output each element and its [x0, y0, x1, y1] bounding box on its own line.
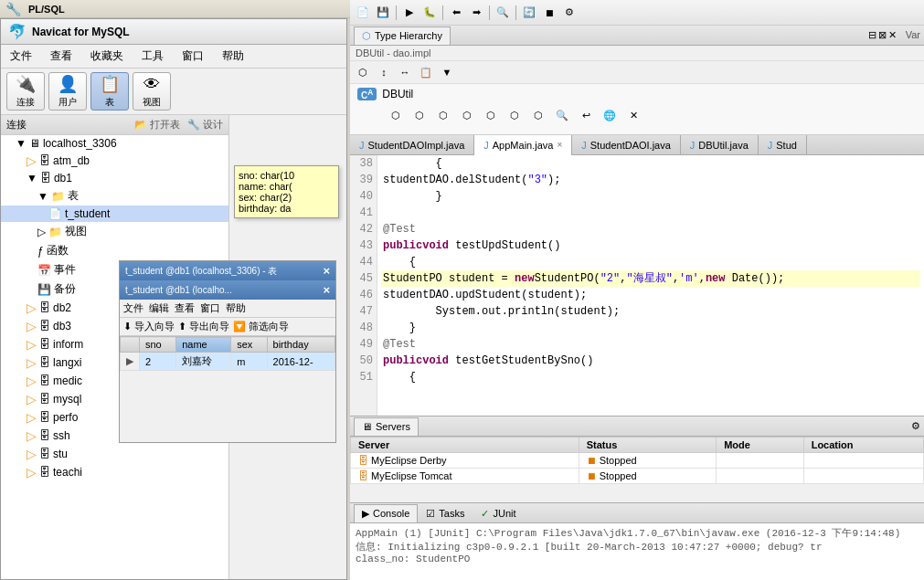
filter-wizard-btn[interactable]: 🔽 筛选向导: [233, 320, 289, 333]
th-btn3[interactable]: ↔: [396, 63, 414, 81]
sidebar-item-localhost[interactable]: ▼ 🖥 localhost_3306: [1, 135, 228, 152]
menu-window[interactable]: 窗口: [176, 47, 209, 66]
open-table-btn[interactable]: 📂 打开表: [134, 118, 180, 132]
localhost-label: localhost_3306: [43, 137, 117, 150]
sidebar-item-teachi[interactable]: ▷ 🗄 teachi: [1, 463, 228, 481]
tab-console[interactable]: ▶ Console: [354, 504, 418, 522]
tab-dbutil[interactable]: J DBUtil.java: [681, 135, 759, 155]
th2-btn6[interactable]: ⬡: [505, 106, 524, 124]
th-btn1[interactable]: ⬡: [354, 63, 372, 81]
th2-btn3[interactable]: ⬡: [434, 106, 452, 124]
tab-servers[interactable]: 🖥 Servers: [354, 417, 419, 436]
table-window-close-btn[interactable]: ×: [323, 264, 330, 278]
menu-view[interactable]: 查看: [45, 47, 78, 66]
sidebar-item-db1[interactable]: ▼ 🗄 db1: [1, 170, 228, 186]
table-window-close-btn2[interactable]: ×: [323, 283, 330, 297]
tab-appmain-close[interactable]: ×: [557, 140, 562, 150]
th2-btn9[interactable]: ↩: [577, 106, 595, 124]
toolbar-settings-btn[interactable]: ⚙: [560, 4, 579, 22]
popup-birthday: birthday: da: [239, 203, 335, 214]
sidebar-item-t-student[interactable]: 📄 t_student: [1, 206, 228, 222]
toolbar-refresh-btn[interactable]: 🔄: [520, 4, 538, 22]
th-btn4[interactable]: 📋: [417, 63, 435, 81]
menu-tools[interactable]: 工具: [136, 47, 169, 66]
menu-file[interactable]: 文件: [5, 47, 37, 66]
tab-junit[interactable]: ✓ JUnit: [473, 504, 524, 522]
menu-help[interactable]: 帮助: [217, 47, 250, 66]
server-row-tomcat[interactable]: 🗄 MyEclipse Tomcat ⏹ Stopped: [351, 469, 924, 484]
toolbar-run-btn[interactable]: ▶: [400, 4, 419, 22]
cell-birthday[interactable]: 2016-12-: [267, 353, 335, 371]
cell-sex[interactable]: m: [231, 353, 267, 371]
sidebar-item-tables-folder[interactable]: ▼ 📁 表: [1, 186, 228, 206]
col-sex[interactable]: sex: [231, 337, 267, 353]
sidebar-item-stu[interactable]: ▷ 🗄 stu: [1, 445, 228, 463]
col-name[interactable]: name: [176, 337, 231, 353]
toolbar-search-btn[interactable]: 🔍: [494, 4, 512, 22]
panel-close-btn[interactable]: ✕: [888, 29, 897, 41]
view-label: 视图: [143, 96, 161, 109]
tw-menu-edit[interactable]: 编辑: [149, 301, 169, 315]
tw-menu-file[interactable]: 文件: [123, 301, 143, 315]
toolbar-save-btn[interactable]: 💾: [374, 4, 392, 22]
th-btn2[interactable]: ↕: [375, 63, 393, 81]
sidebar-item-views-folder[interactable]: ▷ 📁 视图: [1, 222, 228, 241]
type-hierarchy-class-row: CA DBUtil: [350, 84, 924, 104]
cell-sno[interactable]: 2: [140, 353, 176, 371]
eclipse-panel: 📄 💾 ▶ 🐛 ⬅ ➡ 🔍 🔄 ⏹ ⚙ ⬡ Type Hierarchy ⊟ ⊠…: [350, 0, 924, 580]
sidebar-item-functions-folder[interactable]: ƒ 函数: [1, 241, 228, 260]
tab-stud[interactable]: J Stud: [759, 135, 807, 155]
toolbar-fwd-btn[interactable]: ➡: [467, 4, 485, 22]
tw-menu-help[interactable]: 帮助: [226, 301, 246, 315]
table-row[interactable]: ▶ 2 刘嘉玲 m 2016-12-: [121, 353, 335, 371]
sidebar-item-atm-db[interactable]: ▷ 🗄 atm_db: [1, 152, 228, 170]
table-button[interactable]: 📋 表: [90, 72, 129, 111]
toolbar-new-btn[interactable]: 📄: [354, 4, 372, 22]
panel-max-btn[interactable]: ⊠: [878, 29, 887, 41]
servers-settings-btn[interactable]: ⚙: [911, 420, 920, 432]
dbutil-class-label[interactable]: DBUtil: [382, 88, 413, 100]
import-wizard-btn[interactable]: ⬇ 导入向导: [123, 320, 175, 333]
export-wizard-btn[interactable]: ⬆ 导出向导: [178, 320, 229, 333]
server-status-tomcat: ⏹ Stopped: [579, 469, 717, 484]
code-line-41: [381, 205, 920, 221]
connect-button[interactable]: 🔌 连接: [6, 72, 45, 111]
th2-btn4[interactable]: ⬡: [458, 106, 476, 124]
menu-favorites[interactable]: 收藏夹: [85, 47, 129, 66]
tab-studentdaoi[interactable]: J StudentDAOI.java: [572, 135, 681, 155]
user-button[interactable]: 👤 用户: [48, 72, 87, 111]
tab-studentdaoimpl[interactable]: J StudentDAOImpl.java: [350, 135, 474, 155]
tab-tasks[interactable]: ☑ Tasks: [418, 504, 473, 522]
tab-type-hierarchy[interactable]: ⬡ Type Hierarchy: [354, 26, 451, 45]
view-button[interactable]: 👁 视图: [133, 72, 171, 111]
code-area[interactable]: { studentDAO.delStudent("3"); } @Test pu…: [377, 155, 924, 416]
panel-min-btn[interactable]: ⊟: [868, 29, 876, 41]
table-window-title: t_student @db1 (localhost_3306) - 表: [125, 265, 277, 278]
th2-btn5[interactable]: ⬡: [482, 106, 500, 124]
bottom-panels: 🖥 Servers ⚙ Server Status Mode Location: [350, 416, 924, 580]
cell-name[interactable]: 刘嘉玲: [176, 353, 231, 371]
th2-btn2[interactable]: ⬡: [410, 106, 429, 124]
th2-btn10[interactable]: 🌐: [600, 106, 619, 124]
design-btn[interactable]: 🔧 设计: [187, 118, 223, 132]
th2-btn11[interactable]: ✕: [624, 106, 643, 124]
col-sno[interactable]: sno: [140, 337, 176, 353]
th-btn5[interactable]: ▼: [438, 63, 456, 81]
tab-appmain[interactable]: J AppMain.java ×: [474, 135, 572, 155]
th2-btn8[interactable]: 🔍: [553, 106, 571, 124]
tw-menu-view[interactable]: 查看: [175, 301, 195, 315]
servers-tabbar: 🖥 Servers ⚙: [350, 417, 924, 437]
server-row-derby[interactable]: 🗄 MyEclipse Derby ⏹ Stopped: [351, 453, 924, 469]
folder-icon: 📁: [51, 190, 65, 203]
tab-servers-label: Servers: [376, 421, 410, 432]
tw-menu-window[interactable]: 窗口: [200, 301, 220, 315]
toolbar-stop-btn[interactable]: ⏹: [540, 4, 558, 22]
col-birthday[interactable]: birthday: [267, 337, 335, 353]
th2-btn7[interactable]: ⬡: [529, 106, 547, 124]
toolbar-back-btn[interactable]: ⬅: [447, 4, 465, 22]
plsql-icon: 🔧: [5, 2, 21, 16]
db3-label: db3: [53, 320, 71, 332]
toolbar-debug-btn[interactable]: 🐛: [420, 4, 439, 22]
console-panel: ▶ Console ☑ Tasks ✓ JUnit AppMain (1) [J…: [350, 503, 924, 580]
th2-btn1[interactable]: ⬡: [387, 106, 405, 124]
